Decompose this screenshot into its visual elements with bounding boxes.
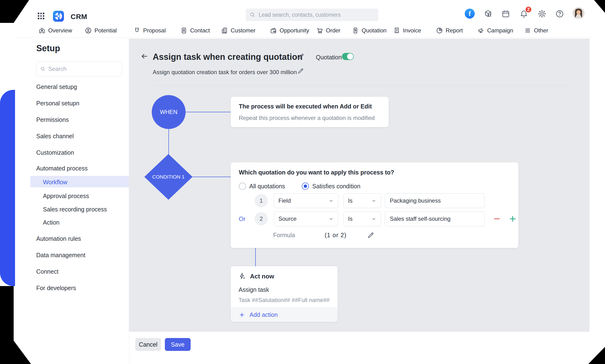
pie-chart-icon [436,27,443,34]
global-search-input[interactable] [259,12,375,18]
nav-overview[interactable]: Overview [38,25,72,36]
page-footer: Cancel Save [129,332,605,364]
act-now-title: Act now [250,273,274,280]
add-action-button[interactable]: Add action [231,308,337,322]
nav-contact[interactable]: Contact [180,25,210,36]
save-button[interactable]: Save [165,338,191,351]
sidebar-item-automated-process[interactable]: Automated process [36,165,88,172]
home-icon [38,27,46,34]
magnet-icon [133,27,141,34]
product-search-icon[interactable] [484,10,492,18]
receipt-icon [352,27,359,34]
condition-value-input[interactable] [385,211,484,226]
when-card-subtitle: Repeat this process whenever a quotation… [239,115,380,121]
sidebar-item-permissions[interactable]: Permissions [36,116,69,123]
sidebar-item-for-developers[interactable]: For developers [36,285,76,292]
nav-order[interactable]: Order [316,25,340,36]
when-card-title: The process will be executed when Add or… [239,103,380,110]
sidebar-search[interactable] [36,62,122,76]
hamburger-icon [524,27,531,34]
edit-formula-pencil-icon[interactable] [367,232,374,239]
nav-proposal[interactable]: Proposal [133,25,166,36]
condition-radio-row: All quotations Satisfies condition [239,182,510,190]
remove-condition-icon[interactable] [492,214,502,224]
edit-title-pencil-icon[interactable] [297,53,304,60]
connector-when-condition [168,129,169,155]
operator-select[interactable]: Is [344,193,381,208]
gear-icon[interactable] [538,10,546,18]
toggle-label: Quotation [316,54,342,61]
sidebar-search-input[interactable] [48,65,118,72]
page-title: Assign task when creating quotation [153,52,302,62]
search-icon [40,66,46,72]
sidebar-item-sales-channel[interactable]: Sales channel [36,133,74,140]
act-now-header: Act now [239,273,274,280]
avatar[interactable] [573,7,584,19]
sidebar-item-automation-rules[interactable]: Automation rules [36,235,81,242]
connector-condition-card [192,177,231,177]
quotation-toggle[interactable] [342,53,354,60]
app-window: CRM f 2 [0,0,605,364]
workflow-canvas: Assign task when creating quotation Quot… [129,39,590,332]
edit-subtitle-pencil-icon[interactable] [297,68,304,74]
building-icon [221,27,228,34]
radio-satisfies-condition[interactable] [302,182,309,190]
when-card[interactable]: The process will be executed when Add or… [231,97,389,127]
blue-accent-shape [0,90,15,286]
nav-report[interactable]: Report [436,25,463,36]
calendar-icon[interactable] [501,10,510,18]
person-circle-icon [85,27,92,34]
chevron-down-icon [371,198,376,203]
condition-node[interactable]: CONDITION 1 [144,154,192,200]
sidebar-item-general-setup[interactable]: General setupg [36,83,77,90]
sidebar-item-sales-recording-process[interactable]: Sales recording process [43,206,107,213]
formula-label: Formula [273,232,295,239]
plus-icon [239,312,245,318]
when-node[interactable]: WHEN [152,95,186,129]
nav-quotation[interactable]: Quotation [352,25,387,36]
sidebar-item-connect[interactable]: Connect [36,268,58,275]
cancel-button[interactable]: Cancel [135,338,161,351]
topbar: CRM f 2 [0,0,605,38]
setup-sidebar: Setup General setupg Personal setupn Per… [13,38,129,364]
chevron-down-icon [328,198,334,203]
crm-logo-icon[interactable] [53,11,64,22]
chevron-down-icon [328,216,334,221]
sidebar-item-data-management[interactable]: Data management [36,252,85,259]
condition-row-number: 2 [255,212,268,225]
apps-grid-icon[interactable] [38,13,44,19]
facebook-icon[interactable]: f [465,9,475,19]
action-description: Task ##Salutation## ##Full name## [239,297,330,303]
add-action-label: Add action [250,311,278,318]
field-select[interactable]: Source [274,211,338,226]
formula-row: Formula (1 or 2) [239,232,374,239]
act-now-card[interactable]: Act now Assign task Task ##Salutation## … [231,266,337,322]
condition-row-1: 1 Field Is [239,193,510,208]
sidebar-item-action[interactable]: Action [43,219,59,226]
sidebar-item-approval-process[interactable]: Approval process [43,193,89,199]
radio-all-quotations-label[interactable]: All quotations [249,183,285,190]
nav-other[interactable]: Other [524,25,548,36]
global-search[interactable] [246,9,378,21]
field-select[interactable]: Field [274,193,338,208]
condition-value-input[interactable] [385,193,484,208]
nav-customer[interactable]: Customer [221,25,255,36]
condition-card: Which quotation do you want to apply thi… [231,162,518,248]
condition-row-number: 1 [255,194,268,208]
radio-all-quotations[interactable] [239,182,246,190]
add-condition-icon[interactable] [508,214,517,224]
cart-icon [316,27,323,34]
help-icon[interactable] [555,10,564,18]
radio-satisfies-condition-label[interactable]: Satisfies condition [312,183,361,190]
app-name: CRM [71,13,87,21]
nav-opportunity[interactable]: Opportunity [270,25,309,36]
nav-invoice[interactable]: Invoice [393,25,421,36]
nav-potential[interactable]: Potential [85,25,117,36]
nav-campaign[interactable]: Campaign [477,25,513,36]
operator-select[interactable]: Is [344,211,381,226]
sidebar-item-personal-setup[interactable]: Personal setupn [36,100,80,107]
megaphone-icon [477,27,484,34]
sidebar-item-workflow[interactable]: Workflow [43,179,67,186]
back-arrow-icon[interactable] [140,52,149,61]
sidebar-item-customization[interactable]: Customization [36,149,74,156]
